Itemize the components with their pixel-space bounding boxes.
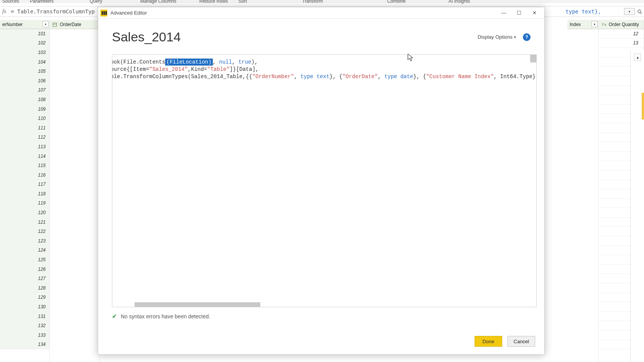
svg-point-0 [638, 10, 641, 13]
table-cell[interactable]: 121 [0, 218, 49, 227]
table-cell[interactable]: 117 [0, 180, 49, 190]
table-cell[interactable]: 106 [0, 76, 49, 86]
ribbon-tab[interactable]: Transform [302, 0, 323, 4]
formula-text-right: type text}, [565, 8, 601, 15]
column-header-text: OrderDate [60, 22, 81, 27]
vertical-scrollbar[interactable] [530, 55, 536, 62]
table-cell[interactable]: 133 [0, 331, 49, 340]
table-cell[interactable]: 132 [0, 321, 49, 331]
table-cell[interactable]: 109 [0, 105, 49, 114]
table-cell[interactable]: 129 [0, 293, 49, 303]
table-cell[interactable]: 114 [0, 152, 49, 161]
column-header[interactable]: 1²₃ Order Quantity [599, 20, 644, 29]
column-header-text: Order Quantity [609, 22, 639, 27]
table-cell[interactable]: 131 [0, 312, 49, 321]
query-name: Sales_2014 [112, 29, 478, 44]
status-text: No syntax errors have been detected. [121, 313, 210, 319]
code-selection: (FileLocation) [165, 59, 213, 66]
syntax-status: ✔ No syntax errors have been detected. [112, 313, 537, 320]
table-cell[interactable]: 118 [0, 189, 49, 199]
ribbon-tab[interactable]: Sort [238, 0, 247, 4]
ribbon-tabs: Sources Parameters Query Manage Columns … [0, 0, 644, 3]
table-cell[interactable]: 122 [0, 227, 49, 236]
column-orderdate: OrderDate [50, 20, 100, 362]
ribbon-tab[interactable]: Sources [2, 0, 19, 4]
ribbon-tab[interactable]: Query [90, 0, 102, 4]
table-cell[interactable]: 126 [0, 265, 49, 274]
dialog-buttons: Done Cancel [98, 336, 544, 354]
ribbon-tab[interactable]: Reduce Rows [199, 0, 228, 4]
table-cell[interactable]: 115 [0, 161, 49, 170]
code-editor[interactable]: el.Workbook(File.Contents(FileLocation),… [112, 54, 537, 307]
column-filter-icon[interactable]: ▾ [591, 21, 598, 27]
ribbon-tab[interactable]: Manage Columns [140, 0, 176, 4]
done-button[interactable]: Done [475, 336, 502, 347]
table-cell[interactable]: 134 [0, 340, 49, 350]
table-cell[interactable]: 111 [0, 123, 49, 133]
horizontal-scrollbar[interactable] [135, 302, 260, 307]
table-cell[interactable]: 103 [0, 48, 49, 57]
table-cell[interactable]: 130 [0, 302, 49, 312]
table-cell[interactable]: 112 [0, 133, 49, 143]
table-cell[interactable]: 108 [0, 95, 49, 105]
scroll-marker [642, 93, 644, 120]
table-cell[interactable]: 13 [599, 39, 644, 48]
table-cell[interactable]: 123 [0, 236, 49, 246]
ribbon-tab[interactable]: AI Insights [449, 0, 470, 4]
table-cell[interactable]: 102 [0, 39, 49, 48]
ribbon-tab[interactable]: Parameters [30, 0, 54, 4]
column-ordernumber: erNumber ▾ 10110210310410510610710810911… [0, 20, 50, 362]
table-cell[interactable]: 110 [0, 114, 49, 123]
column-header[interactable]: erNumber ▾ [0, 20, 49, 29]
table-cell[interactable]: 120 [0, 208, 49, 218]
table-cell[interactable]: 119 [0, 199, 49, 208]
display-options-label: Display Options [478, 34, 513, 40]
column-header[interactable]: OrderDate [50, 20, 99, 29]
maximize-button[interactable]: ☐ [511, 8, 527, 18]
column-header-text: erNumber [2, 22, 23, 27]
table-cell[interactable]: 116 [0, 170, 49, 180]
display-options-dropdown[interactable]: Display Options ▾ [478, 34, 516, 40]
table-cell[interactable]: 113 [0, 142, 49, 152]
table-cell[interactable]: 124 [0, 246, 49, 256]
dialog-header: Sales_2014 Display Options ▾ ? [98, 19, 544, 48]
scroll-up-icon[interactable]: ▴ [634, 54, 641, 61]
svg-rect-2 [53, 23, 57, 26]
chevron-down-icon: ▾ [514, 35, 516, 39]
table-cell[interactable]: 12 [599, 29, 644, 39]
table-cell[interactable]: 101 [0, 29, 49, 39]
help-icon[interactable]: ? [523, 33, 531, 41]
advanced-editor-dialog: Advanced Editor — ☐ ✕ Sales_2014 Display… [98, 7, 545, 355]
close-button[interactable]: ✕ [527, 8, 542, 18]
check-icon: ✔ [112, 313, 117, 320]
column-header-text: Index [570, 22, 581, 27]
code-content[interactable]: el.Workbook(File.Contents(FileLocation),… [112, 59, 537, 95]
cancel-button[interactable]: Cancel [508, 336, 535, 347]
table-cell[interactable]: 125 [0, 255, 49, 265]
fx-label: fx [2, 8, 6, 15]
table-cell[interactable]: 107 [0, 86, 49, 95]
number-type-icon: 1²₃ [601, 22, 606, 27]
svg-line-1 [641, 13, 642, 14]
calendar-icon [52, 22, 58, 27]
column-header[interactable]: Index ▾ [567, 20, 598, 29]
minimize-button[interactable]: — [496, 8, 511, 18]
column-filter-icon[interactable]: ▾ [43, 21, 49, 27]
table-cell[interactable]: 105 [0, 67, 49, 76]
dialog-title: Advanced Editor [110, 10, 496, 16]
column-index: Index ▾ [567, 20, 599, 362]
powerbi-icon [100, 10, 107, 16]
dialog-titlebar: Advanced Editor — ☐ ✕ [98, 7, 544, 19]
table-cell[interactable]: 128 [0, 283, 49, 293]
ribbon-tab[interactable]: Combine [387, 0, 406, 4]
table-cell[interactable]: 104 [0, 57, 49, 67]
search-icon[interactable] [636, 8, 644, 16]
formula-dropdown[interactable]: ▾ [624, 8, 635, 15]
table-cell[interactable]: 127 [0, 274, 49, 283]
